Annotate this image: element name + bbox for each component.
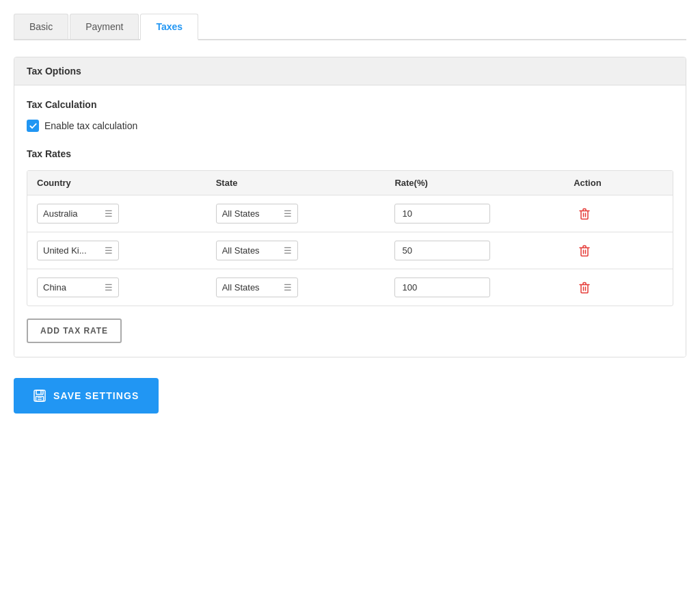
row1-country-cell: Australia ☰ — [37, 204, 216, 224]
enable-tax-checkbox[interactable] — [27, 120, 39, 132]
col-header-country: Country — [37, 178, 216, 188]
enable-tax-row: Enable tax calculation — [27, 120, 673, 132]
tax-rates-table: Country State Rate(%) Action Australia ☰ — [27, 170, 673, 306]
row1-country-select[interactable]: Australia ☰ — [37, 204, 119, 224]
trash-icon — [579, 208, 590, 220]
row2-country-select[interactable]: United Ki... ☰ — [37, 241, 119, 260]
row1-state-select[interactable]: All States ☰ — [216, 204, 298, 224]
tax-rates-title: Tax Rates — [27, 148, 673, 159]
enable-tax-label: Enable tax calculation — [44, 120, 137, 131]
row3-state-cell: All States ☰ — [216, 277, 395, 297]
row1-delete-button[interactable] — [574, 205, 595, 223]
row3-rate-input[interactable] — [394, 277, 490, 297]
state-dropdown-icon: ☰ — [284, 208, 292, 219]
country-dropdown-icon: ☰ — [105, 208, 113, 219]
row2-action-cell — [574, 242, 663, 260]
row3-delete-button[interactable] — [574, 279, 595, 297]
row2-country-cell: United Ki... ☰ — [37, 241, 216, 260]
row1-action-cell — [574, 205, 663, 223]
row1-rate-input[interactable] — [394, 204, 490, 224]
row1-rate-cell — [394, 204, 574, 224]
country-dropdown-icon: ☰ — [105, 282, 113, 293]
table-header: Country State Rate(%) Action — [27, 171, 673, 195]
card-header: Tax Options — [14, 57, 686, 85]
trash-icon — [579, 282, 590, 294]
row3-country-cell: China ☰ — [37, 277, 216, 297]
save-settings-button[interactable]: SAVE SETTINGS — [14, 378, 159, 414]
tab-payment[interactable]: Payment — [70, 14, 139, 39]
row2-state-cell: All States ☰ — [216, 241, 395, 260]
save-icon — [33, 389, 46, 403]
table-row: China ☰ All States ☰ — [27, 269, 673, 306]
col-header-action: Action — [574, 178, 663, 188]
row2-country-value: United Ki... — [43, 245, 87, 256]
tab-basic[interactable]: Basic — [14, 14, 68, 39]
row2-delete-button[interactable] — [574, 242, 595, 260]
add-tax-rate-button[interactable]: ADD TAX RATE — [27, 319, 122, 343]
save-settings-label: SAVE SETTINGS — [53, 390, 139, 401]
tabs-container: Basic Payment Taxes — [14, 14, 686, 40]
row1-country-value: Australia — [43, 208, 78, 219]
state-dropdown-icon: ☰ — [284, 245, 292, 256]
country-dropdown-icon: ☰ — [105, 245, 113, 256]
row1-state-value: All States — [222, 208, 260, 219]
row2-state-select[interactable]: All States ☰ — [216, 241, 298, 260]
tax-options-card: Tax Options Tax Calculation Enable tax c… — [14, 57, 686, 357]
row3-state-value: All States — [222, 282, 260, 293]
col-header-rate: Rate(%) — [394, 178, 574, 188]
table-row: United Ki... ☰ All States ☰ — [27, 232, 673, 269]
row3-country-select[interactable]: China ☰ — [37, 277, 119, 297]
table-row: Australia ☰ All States ☰ — [27, 195, 673, 232]
row3-country-value: China — [43, 282, 66, 293]
row3-state-select[interactable]: All States ☰ — [216, 277, 298, 297]
row2-state-value: All States — [222, 245, 260, 256]
tab-taxes[interactable]: Taxes — [140, 14, 198, 40]
state-dropdown-icon: ☰ — [284, 282, 292, 293]
row3-action-cell — [574, 279, 663, 297]
trash-icon — [579, 245, 590, 257]
svg-rect-2 — [36, 396, 44, 401]
col-header-state: State — [216, 178, 395, 188]
tax-calculation-title: Tax Calculation — [27, 99, 673, 110]
card-body: Tax Calculation Enable tax calculation T… — [14, 85, 686, 357]
row3-rate-cell — [394, 277, 574, 297]
row2-rate-input[interactable] — [394, 241, 490, 260]
row1-state-cell: All States ☰ — [216, 204, 395, 224]
row2-rate-cell — [394, 241, 574, 260]
svg-rect-1 — [36, 390, 43, 394]
